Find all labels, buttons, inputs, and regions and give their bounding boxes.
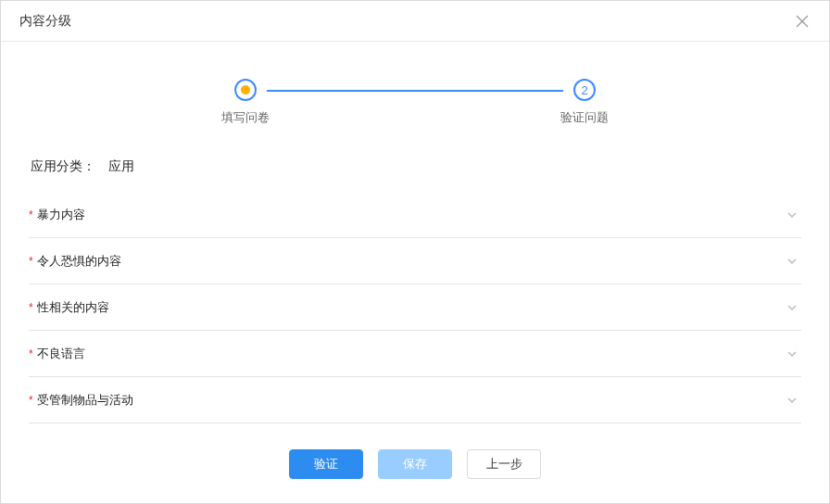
section-language[interactable]: * 不良语言 xyxy=(29,331,801,377)
section-sexual[interactable]: * 性相关的内容 xyxy=(29,284,801,331)
required-star: * xyxy=(29,347,33,360)
step-1: 填写问卷 xyxy=(199,79,292,126)
classification-label: 应用分类： xyxy=(31,159,95,173)
modal-title: 内容分级 xyxy=(19,13,71,30)
classification-value: 应用 xyxy=(108,159,134,173)
section-violence[interactable]: * 暴力内容 xyxy=(29,192,801,238)
required-star: * xyxy=(29,255,33,268)
step-connector xyxy=(267,90,563,92)
step-2: 2 验证问题 xyxy=(538,79,631,126)
section-scary[interactable]: * 令人恐惧的内容 xyxy=(29,238,801,284)
modal-body: 填写问卷 2 验证问题 应用分类： 应用 * 暴力内容 xyxy=(1,42,829,479)
required-star: * xyxy=(29,208,33,221)
step-1-label: 填写问卷 xyxy=(221,110,270,126)
close-icon[interactable] xyxy=(794,13,811,30)
section-title: 性相关的内容 xyxy=(37,299,109,316)
chevron-down-icon xyxy=(786,209,798,220)
step-1-circle xyxy=(234,79,257,101)
save-button[interactable]: 保存 xyxy=(378,449,452,479)
section-title: 受管制物品与活动 xyxy=(37,392,133,409)
section-title: 暴力内容 xyxy=(37,207,85,223)
section-title: 不良语言 xyxy=(37,346,85,362)
app-classification: 应用分类： 应用 xyxy=(29,158,801,175)
modal-header: 内容分级 xyxy=(1,1,829,42)
chevron-down-icon xyxy=(786,302,798,313)
prev-step-button[interactable]: 上一步 xyxy=(467,449,541,479)
step-indicator: 填写问卷 2 验证问题 xyxy=(29,79,801,126)
chevron-down-icon xyxy=(786,395,798,406)
required-star: * xyxy=(29,301,33,314)
chevron-down-icon xyxy=(786,256,798,267)
section-title: 令人恐惧的内容 xyxy=(37,253,121,270)
step-2-circle: 2 xyxy=(573,79,596,101)
step-2-label: 验证问题 xyxy=(560,110,609,126)
required-star: * xyxy=(29,394,33,407)
section-controlled[interactable]: * 受管制物品与活动 xyxy=(29,377,801,423)
verify-button[interactable]: 验证 xyxy=(289,449,363,479)
chevron-down-icon xyxy=(786,348,798,359)
sections-accordion: * 暴力内容 * 令人恐惧的内容 * 性相关的内容 xyxy=(29,192,801,423)
content-rating-modal: 内容分级 填写问卷 2 验证问题 应用分类： 应用 * 暴力内 xyxy=(0,0,830,504)
modal-footer: 验证 保存 上一步 xyxy=(29,449,801,479)
